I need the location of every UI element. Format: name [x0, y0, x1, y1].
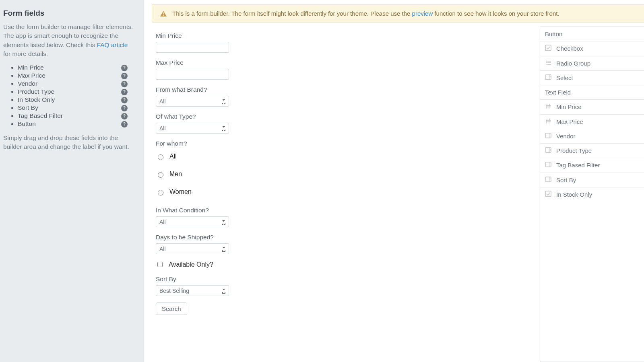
palette-item[interactable]: Text Field — [540, 85, 644, 100]
sidebar-item: Button? — [18, 120, 136, 128]
sidebar-title: Form fields — [3, 9, 136, 18]
palette-item[interactable]: Select — [540, 71, 644, 85]
sidebar-item-label: Button — [18, 120, 36, 127]
sidebar-intro-text-2: for more details. — [3, 50, 48, 57]
svg-rect-17 — [545, 177, 551, 182]
palette-item[interactable]: Max Price — [540, 115, 644, 129]
hash-icon — [545, 118, 551, 125]
sort-by-label: Sort By — [156, 276, 540, 283]
help-icon[interactable]: ? — [121, 73, 128, 79]
notice-text-after: function to see how it looks on your sto… — [433, 10, 559, 17]
svg-rect-0 — [163, 12, 164, 14]
help-icon[interactable]: ? — [121, 121, 128, 128]
radio-input[interactable] — [158, 190, 163, 195]
field-palette: ButtonCheckboxRadio GroupSelectText Fiel… — [540, 27, 644, 362]
select-icon — [545, 132, 551, 140]
palette-item-label: Radio Group — [556, 60, 590, 67]
palette-item-label: Vendor — [556, 133, 576, 140]
radio-label: Men — [169, 171, 182, 178]
svg-rect-2 — [545, 45, 551, 51]
whom-radio-option[interactable]: Women — [156, 188, 540, 195]
radio-input[interactable] — [158, 172, 163, 178]
hash-icon — [545, 103, 551, 111]
whom-radio-option[interactable]: Men — [156, 171, 540, 178]
notice-text-before: This is a form builder. The form itself … — [172, 10, 412, 17]
select-icon — [545, 176, 551, 184]
max-price-label: Max Price — [156, 59, 540, 66]
radio-label: Women — [169, 188, 192, 195]
min-price-label: Min Price — [156, 32, 540, 39]
main: This is a form builder. The form itself … — [144, 0, 644, 362]
sidebar-item: Vendor? — [18, 80, 136, 88]
sidebar-item-label: Max Price — [18, 72, 45, 79]
palette-item-label: Text Field — [545, 89, 571, 96]
palette-item[interactable]: Tag Based Filter — [540, 158, 644, 173]
svg-point-5 — [546, 64, 547, 65]
palette-item[interactable]: Min Price — [540, 100, 644, 114]
type-label: Of what Type? — [156, 113, 540, 120]
palette-item-label: Sort By — [556, 177, 576, 183]
palette-item[interactable]: Radio Group — [540, 56, 644, 71]
sidebar-field-list: Min Price?Max Price?Vendor?Product Type?… — [3, 64, 136, 128]
svg-point-3 — [546, 61, 547, 62]
sidebar-item: Min Price? — [18, 64, 136, 72]
search-button[interactable]: Search — [156, 302, 187, 315]
palette-item[interactable]: Checkbox — [540, 41, 644, 56]
available-only-checkbox[interactable] — [157, 262, 163, 267]
min-price-input[interactable] — [156, 42, 229, 53]
ship-days-select[interactable]: All — [156, 243, 229, 254]
sidebar-item: Product Type? — [18, 88, 136, 96]
palette-item-label: Max Price — [556, 118, 583, 125]
palette-item[interactable]: In Stock Only — [540, 187, 644, 202]
max-price-input[interactable] — [156, 69, 229, 80]
preview-link[interactable]: preview — [412, 10, 433, 17]
sidebar-item: In Stock Only? — [18, 96, 136, 104]
sort-by-select[interactable]: Best Selling — [156, 285, 229, 296]
palette-item[interactable]: Vendor — [540, 129, 644, 144]
check-icon — [545, 45, 551, 52]
svg-rect-13 — [545, 148, 551, 152]
whom-radio-option[interactable]: All — [156, 153, 540, 160]
help-icon[interactable]: ? — [121, 97, 128, 103]
palette-item[interactable]: Product Type — [540, 144, 644, 158]
sidebar-item-label: Vendor — [18, 80, 37, 87]
brand-select[interactable]: All — [156, 96, 229, 107]
help-icon[interactable]: ? — [121, 89, 128, 95]
notice-text: This is a form builder. The form itself … — [172, 10, 559, 17]
sidebar-item-label: Min Price — [18, 64, 44, 71]
select-icon — [545, 147, 551, 154]
check-icon — [545, 191, 551, 198]
condition-label: In What Condition? — [156, 207, 540, 214]
available-only-label: Available Only? — [169, 261, 213, 268]
svg-rect-11 — [545, 133, 551, 138]
svg-rect-15 — [545, 162, 551, 167]
brand-label: From what Brand? — [156, 86, 540, 93]
radio-input[interactable] — [158, 154, 163, 160]
sidebar-item-label: Product Type — [18, 88, 54, 95]
type-select[interactable]: All — [156, 123, 229, 134]
palette-item-label: Button — [545, 31, 562, 37]
help-icon[interactable]: ? — [121, 81, 128, 87]
palette-item-label: Select — [556, 74, 573, 81]
palette-item[interactable]: Sort By — [540, 173, 644, 187]
svg-rect-9 — [545, 75, 551, 80]
sidebar-item-label: In Stock Only — [18, 96, 55, 103]
sidebar-item: Max Price? — [18, 72, 136, 80]
help-icon[interactable]: ? — [121, 113, 128, 119]
whom-radio-group: AllMenWomen — [156, 153, 540, 195]
help-icon[interactable]: ? — [121, 105, 128, 111]
svg-rect-1 — [163, 15, 164, 16]
select-icon — [545, 161, 551, 169]
palette-item[interactable]: Button — [540, 27, 644, 41]
radio-label: All — [169, 153, 177, 160]
form-builder-canvas[interactable]: Min Price Max Price From what Brand? All… — [152, 27, 540, 362]
palette-item-label: In Stock Only — [556, 191, 592, 198]
svg-rect-19 — [545, 191, 551, 197]
sidebar-item-label: Tag Based Filter — [18, 112, 63, 119]
condition-select[interactable]: All — [156, 216, 229, 227]
sidebar-intro: Use the form builder to manage filter el… — [3, 23, 136, 59]
list-icon — [545, 60, 551, 67]
faq-link[interactable]: FAQ article — [97, 41, 128, 48]
help-icon[interactable]: ? — [121, 65, 128, 71]
palette-item-label: Tag Based Filter — [556, 162, 600, 169]
